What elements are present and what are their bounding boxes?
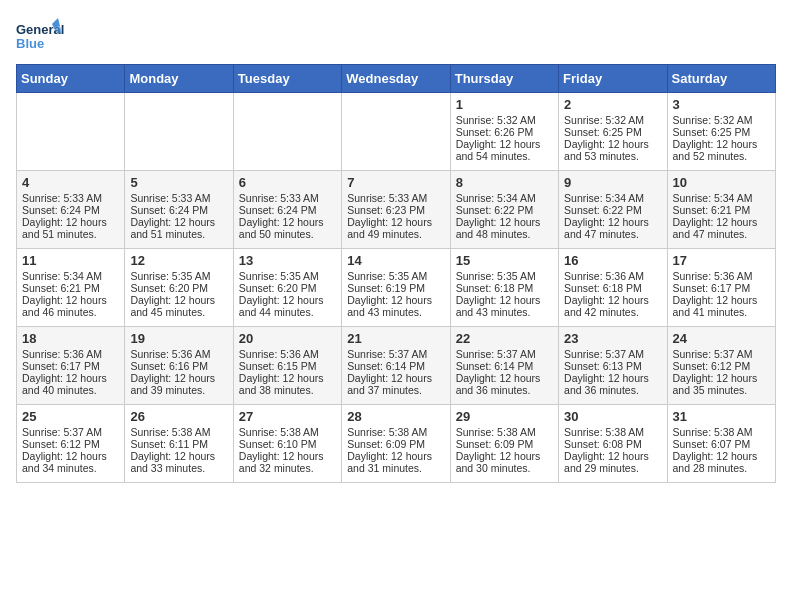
day-number: 31	[673, 409, 770, 424]
cell-info: Daylight: 12 hours	[564, 294, 661, 306]
cell-info: Daylight: 12 hours	[673, 450, 770, 462]
cell-info: Sunset: 6:18 PM	[456, 282, 553, 294]
cell-info: and 53 minutes.	[564, 150, 661, 162]
cell-info: Daylight: 12 hours	[564, 450, 661, 462]
cell-info: Sunset: 6:17 PM	[22, 360, 119, 372]
cell-info: Daylight: 12 hours	[347, 372, 444, 384]
cell-info: Sunset: 6:21 PM	[673, 204, 770, 216]
day-number: 14	[347, 253, 444, 268]
calendar-cell: 26Sunrise: 5:38 AMSunset: 6:11 PMDayligh…	[125, 405, 233, 483]
cell-info: Sunset: 6:25 PM	[673, 126, 770, 138]
cell-info: Sunrise: 5:35 AM	[239, 270, 336, 282]
cell-info: Daylight: 12 hours	[239, 294, 336, 306]
cell-info: Sunset: 6:25 PM	[564, 126, 661, 138]
cell-info: Sunrise: 5:38 AM	[456, 426, 553, 438]
cell-info: Daylight: 12 hours	[564, 216, 661, 228]
calendar-cell: 29Sunrise: 5:38 AMSunset: 6:09 PMDayligh…	[450, 405, 558, 483]
cell-info: and 46 minutes.	[22, 306, 119, 318]
cell-info: Daylight: 12 hours	[347, 216, 444, 228]
day-number: 6	[239, 175, 336, 190]
calendar-cell	[233, 93, 341, 171]
cell-info: Sunset: 6:20 PM	[130, 282, 227, 294]
day-number: 4	[22, 175, 119, 190]
calendar-cell: 22Sunrise: 5:37 AMSunset: 6:14 PMDayligh…	[450, 327, 558, 405]
cell-info: Sunrise: 5:36 AM	[130, 348, 227, 360]
cell-info: Sunrise: 5:35 AM	[347, 270, 444, 282]
cell-info: Daylight: 12 hours	[456, 372, 553, 384]
calendar-cell: 14Sunrise: 5:35 AMSunset: 6:19 PMDayligh…	[342, 249, 450, 327]
calendar-cell: 30Sunrise: 5:38 AMSunset: 6:08 PMDayligh…	[559, 405, 667, 483]
calendar-cell: 4Sunrise: 5:33 AMSunset: 6:24 PMDaylight…	[17, 171, 125, 249]
calendar-cell: 3Sunrise: 5:32 AMSunset: 6:25 PMDaylight…	[667, 93, 775, 171]
cell-info: Sunrise: 5:36 AM	[22, 348, 119, 360]
calendar-cell: 25Sunrise: 5:37 AMSunset: 6:12 PMDayligh…	[17, 405, 125, 483]
cell-info: and 34 minutes.	[22, 462, 119, 474]
cell-info: Daylight: 12 hours	[130, 372, 227, 384]
cell-info: and 51 minutes.	[130, 228, 227, 240]
cell-info: Sunrise: 5:33 AM	[347, 192, 444, 204]
cell-info: Sunset: 6:14 PM	[456, 360, 553, 372]
day-number: 9	[564, 175, 661, 190]
cell-info: Sunrise: 5:35 AM	[456, 270, 553, 282]
cell-info: and 52 minutes.	[673, 150, 770, 162]
calendar-cell: 13Sunrise: 5:35 AMSunset: 6:20 PMDayligh…	[233, 249, 341, 327]
cell-info: Daylight: 12 hours	[347, 450, 444, 462]
day-number: 13	[239, 253, 336, 268]
cell-info: Daylight: 12 hours	[673, 294, 770, 306]
logo: General Blue	[16, 16, 64, 56]
calendar-cell: 5Sunrise: 5:33 AMSunset: 6:24 PMDaylight…	[125, 171, 233, 249]
cell-info: and 48 minutes.	[456, 228, 553, 240]
calendar-cell: 24Sunrise: 5:37 AMSunset: 6:12 PMDayligh…	[667, 327, 775, 405]
cell-info: and 36 minutes.	[564, 384, 661, 396]
cell-info: Daylight: 12 hours	[347, 294, 444, 306]
day-number: 5	[130, 175, 227, 190]
cell-info: Sunrise: 5:38 AM	[130, 426, 227, 438]
cell-info: and 30 minutes.	[456, 462, 553, 474]
day-header: Friday	[559, 65, 667, 93]
day-number: 7	[347, 175, 444, 190]
calendar-cell: 15Sunrise: 5:35 AMSunset: 6:18 PMDayligh…	[450, 249, 558, 327]
cell-info: Sunset: 6:11 PM	[130, 438, 227, 450]
day-number: 30	[564, 409, 661, 424]
cell-info: Sunset: 6:23 PM	[347, 204, 444, 216]
day-number: 28	[347, 409, 444, 424]
cell-info: Daylight: 12 hours	[564, 138, 661, 150]
cell-info: and 43 minutes.	[347, 306, 444, 318]
calendar-header-row: SundayMondayTuesdayWednesdayThursdayFrid…	[17, 65, 776, 93]
cell-info: Daylight: 12 hours	[130, 216, 227, 228]
cell-info: Sunset: 6:12 PM	[22, 438, 119, 450]
cell-info: Sunset: 6:08 PM	[564, 438, 661, 450]
day-header: Wednesday	[342, 65, 450, 93]
calendar-week-row: 11Sunrise: 5:34 AMSunset: 6:21 PMDayligh…	[17, 249, 776, 327]
cell-info: Daylight: 12 hours	[239, 372, 336, 384]
page-header: General Blue	[16, 16, 776, 56]
day-number: 10	[673, 175, 770, 190]
cell-info: Sunrise: 5:38 AM	[564, 426, 661, 438]
day-number: 2	[564, 97, 661, 112]
cell-info: Sunrise: 5:34 AM	[673, 192, 770, 204]
logo-icon: General Blue	[16, 16, 64, 56]
cell-info: Daylight: 12 hours	[673, 216, 770, 228]
cell-info: Sunset: 6:07 PM	[673, 438, 770, 450]
day-number: 21	[347, 331, 444, 346]
cell-info: and 37 minutes.	[347, 384, 444, 396]
calendar-week-row: 25Sunrise: 5:37 AMSunset: 6:12 PMDayligh…	[17, 405, 776, 483]
cell-info: Sunset: 6:09 PM	[347, 438, 444, 450]
cell-info: Daylight: 12 hours	[456, 216, 553, 228]
svg-text:Blue: Blue	[16, 36, 44, 51]
day-number: 8	[456, 175, 553, 190]
calendar-cell: 19Sunrise: 5:36 AMSunset: 6:16 PMDayligh…	[125, 327, 233, 405]
cell-info: Daylight: 12 hours	[456, 450, 553, 462]
cell-info: Sunset: 6:15 PM	[239, 360, 336, 372]
day-number: 12	[130, 253, 227, 268]
calendar-week-row: 18Sunrise: 5:36 AMSunset: 6:17 PMDayligh…	[17, 327, 776, 405]
cell-info: Sunset: 6:14 PM	[347, 360, 444, 372]
cell-info: Sunset: 6:22 PM	[564, 204, 661, 216]
cell-info: Sunrise: 5:37 AM	[22, 426, 119, 438]
day-number: 15	[456, 253, 553, 268]
cell-info: Sunset: 6:18 PM	[564, 282, 661, 294]
calendar-cell: 2Sunrise: 5:32 AMSunset: 6:25 PMDaylight…	[559, 93, 667, 171]
calendar-cell	[342, 93, 450, 171]
day-header: Sunday	[17, 65, 125, 93]
day-number: 27	[239, 409, 336, 424]
